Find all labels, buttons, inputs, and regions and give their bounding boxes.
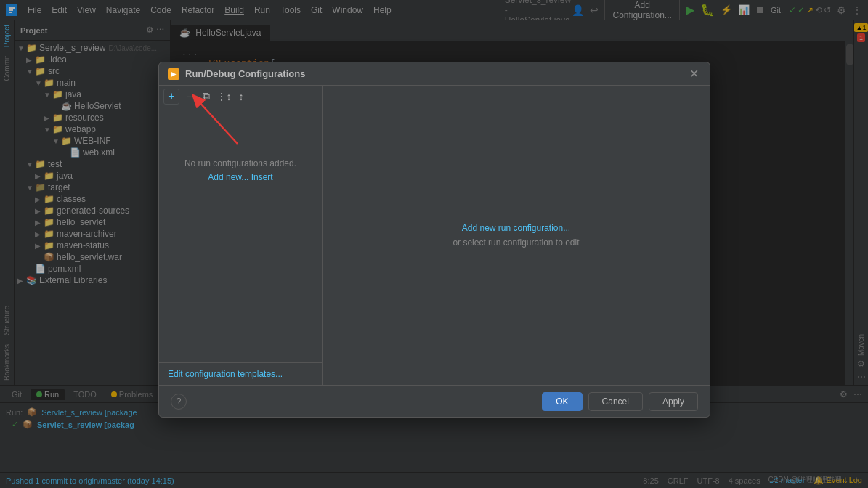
dialog-icon: ▶ xyxy=(168,68,179,80)
dialog-right-panel: Add new run configuration... or select r… xyxy=(323,86,710,385)
dialog-footer: ? OK Cancel Apply xyxy=(159,385,710,417)
copy-config-button[interactable]: ⧉ xyxy=(198,89,214,105)
group-config-button[interactable]: ↕ xyxy=(233,89,249,105)
add-new-row: Add new... Insert xyxy=(171,171,310,184)
no-config-message: No run configurations added. Add new... … xyxy=(159,113,322,190)
add-config-button[interactable]: + xyxy=(163,89,179,105)
dialog-body: + − ⧉ ⋮↕ ↕ No run configurations added. … xyxy=(159,86,710,385)
ok-button[interactable]: OK xyxy=(542,392,582,411)
cancel-button[interactable]: Cancel xyxy=(588,392,643,411)
select-config-text: or select run configuration to edit xyxy=(453,237,579,248)
edit-templates-link[interactable]: Edit configuration templates... xyxy=(168,369,283,379)
insert-link[interactable]: Insert xyxy=(251,172,273,182)
dialog-titlebar: ▶ Run/Debug Configurations ✕ xyxy=(159,62,710,86)
no-config-text: No run configurations added. xyxy=(171,157,310,171)
dialog-left-toolbar: + − ⧉ ⋮↕ ↕ xyxy=(159,86,322,107)
dialog-left-panel: + − ⧉ ⋮↕ ↕ No run configurations added. … xyxy=(159,86,323,385)
dialog-close-button[interactable]: ✕ xyxy=(686,67,701,81)
add-new-link[interactable]: Add new... xyxy=(208,172,248,182)
config-list: No run configurations added. Add new... … xyxy=(159,107,322,362)
run-debug-dialog: ▶ Run/Debug Configurations ✕ + − ⧉ ⋮↕ ↕ … xyxy=(158,62,710,418)
apply-button[interactable]: Apply xyxy=(649,392,698,411)
edit-templates-section: Edit configuration templates... xyxy=(159,362,322,385)
remove-config-button[interactable]: − xyxy=(181,89,197,105)
sort-config-button[interactable]: ⋮↕ xyxy=(216,89,232,105)
dialog-title: Run/Debug Configurations xyxy=(185,68,686,79)
help-button[interactable]: ? xyxy=(171,394,187,410)
dialog-overlay: ▶ Run/Debug Configurations ✕ + − ⧉ ⋮↕ ↕ … xyxy=(0,0,868,488)
add-run-config-link[interactable]: Add new run configuration... xyxy=(462,223,570,233)
